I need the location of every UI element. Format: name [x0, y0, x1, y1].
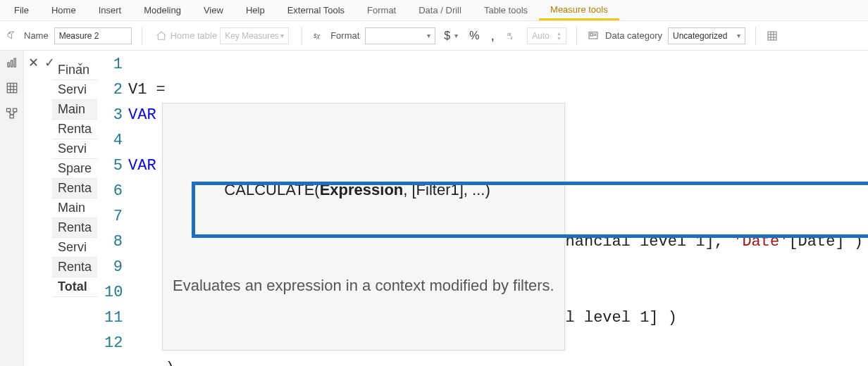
menu-bar: File Home Insert Modeling View Help Exte… [0, 0, 868, 21]
intellisense-signature: CALCULATE(Expression, [Filter1], ...) [173, 154, 554, 226]
format-combo[interactable]: ▾ [365, 27, 435, 44]
measure-name-input[interactable] [54, 27, 132, 44]
svg-rect-21 [6, 108, 10, 112]
home-table-label: Home table [170, 30, 217, 41]
gutter-line: 10 [104, 280, 123, 305]
intellisense-description: Evaluates an expression in a context mod… [173, 274, 554, 298]
gutter-line: 12 [104, 331, 123, 356]
menu-table-tools[interactable]: Table tools [473, 0, 539, 20]
gutter-line: 9 [104, 255, 123, 280]
table-row[interactable]: Renta [52, 218, 97, 238]
svg-line-25 [12, 112, 15, 115]
stepper-up-icon[interactable]: ▲ [557, 31, 562, 36]
svg-rect-15 [14, 58, 16, 67]
background-table: FinanServiMainRentaServiSpareRentaMainRe… [52, 61, 97, 297]
report-view-icon[interactable] [4, 55, 20, 70]
svg-text:→.0: →.0 [507, 36, 513, 39]
data-view-icon[interactable] [4, 80, 20, 96]
menu-view[interactable]: View [192, 0, 235, 20]
menu-format[interactable]: Format [356, 0, 407, 20]
chevron-down-icon: ▾ [737, 32, 740, 39]
name-label: Name [24, 30, 49, 41]
table-row[interactable]: Renta [52, 120, 97, 139]
currency-button[interactable]: $ ▾ [441, 28, 461, 44]
model-view-icon[interactable] [4, 106, 20, 121]
table-row[interactable]: Spare [52, 159, 97, 179]
gutter-line: 7 [104, 204, 123, 229]
thousands-button[interactable]: , [488, 26, 497, 45]
decimals-stepper[interactable]: Auto ▲ ▼ [527, 27, 566, 44]
workspace: ✕ ✓ ⌄ FinanServiMainRentaServiSpareRenta… [0, 51, 868, 366]
home-table-value: Key Measures [225, 31, 279, 41]
gutter-line: 3 [104, 103, 123, 128]
formula-area: ✕ ✓ ⌄ FinanServiMainRentaServiSpareRenta… [24, 51, 868, 366]
menu-file[interactable]: File [3, 0, 40, 20]
svg-rect-22 [13, 108, 16, 112]
code-line-11 [128, 334, 137, 352]
chevron-down-icon: ▾ [427, 32, 430, 39]
gutter-line: 11 [104, 305, 123, 331]
svg-rect-13 [8, 63, 9, 67]
code-line-3 [128, 132, 137, 149]
svg-text:$χ: $χ [313, 32, 320, 39]
code-line-12: ) [128, 360, 175, 366]
data-category-icon [587, 30, 600, 42]
editor-gutter: 123456789101112 [104, 52, 128, 365]
formula-command-bar: ✕ ✓ ⌄ [28, 55, 55, 70]
currency-symbol: $ [444, 30, 450, 42]
fx-icon: $χ [312, 30, 325, 42]
home-table-button: Home table Key Measures ▾ [152, 26, 292, 46]
svg-line-24 [8, 112, 11, 115]
table-row[interactable]: Servi [52, 139, 97, 159]
thousands-symbol: , [490, 27, 495, 44]
table-row[interactable]: Servi [52, 80, 97, 100]
grid-icon[interactable] [766, 30, 779, 42]
gutter-line: 8 [104, 229, 123, 255]
gutter-line: 6 [104, 179, 123, 204]
svg-rect-8 [768, 32, 776, 40]
editor-code[interactable]: V1 = VAR FinancialLevelInFilterContext =… [128, 52, 865, 365]
table-row[interactable]: Finan [52, 61, 97, 80]
svg-rect-5 [590, 33, 593, 35]
table-row[interactable]: Renta [52, 179, 97, 198]
data-category-value: Uncategorized [673, 31, 727, 41]
stepper-down-icon[interactable]: ▼ [557, 36, 562, 41]
percent-button[interactable]: % [466, 28, 482, 44]
intellisense-tooltip: CALCULATE(Expression, [Filter1], ...) Ev… [162, 103, 565, 351]
menu-home[interactable]: Home [40, 0, 87, 20]
gutter-line: 4 [104, 128, 123, 153]
svg-rect-23 [10, 115, 13, 118]
gutter-line: 5 [104, 153, 123, 179]
menu-external-tools[interactable]: External Tools [276, 0, 356, 20]
menu-insert[interactable]: Insert [87, 0, 133, 20]
cancel-formula-button[interactable]: ✕ [28, 55, 39, 70]
svg-rect-16 [7, 83, 17, 93]
gutter-line: 2 [104, 77, 123, 103]
decimal-shift-button[interactable]: .00→.0 [503, 28, 521, 44]
table-row[interactable]: Main [52, 100, 97, 120]
data-category-combo[interactable]: Uncategorized ▾ [668, 27, 745, 44]
ribbon: Name Home table Key Measures ▾ $χ Format… [0, 21, 868, 51]
table-row[interactable]: Total [52, 277, 97, 297]
table-row[interactable]: Main [52, 198, 97, 218]
format-label: Format [330, 30, 359, 41]
table-row[interactable]: Renta [52, 258, 97, 277]
svg-point-0 [9, 32, 11, 34]
decimals-value: Auto [532, 31, 550, 41]
data-category-label: Data category [605, 30, 662, 41]
code-line-8 [128, 258, 137, 276]
gutter-line: 1 [104, 52, 123, 77]
table-row[interactable]: Servi [52, 238, 97, 258]
dax-editor[interactable]: 123456789101112 V1 = VAR FinancialLevelI… [104, 52, 865, 365]
decimal-shift-icon: .00→.0 [506, 30, 519, 42]
menu-modeling[interactable]: Modeling [132, 0, 192, 20]
svg-rect-14 [11, 61, 12, 67]
chevron-down-icon: ▾ [280, 32, 284, 39]
view-switcher [0, 51, 24, 366]
menu-measure-tools[interactable]: Measure tools [539, 0, 619, 20]
tag-icon [6, 30, 18, 42]
menu-help[interactable]: Help [235, 0, 276, 20]
code-line-1: V1 = [128, 81, 166, 99]
menu-data-drill[interactable]: Data / Drill [407, 0, 473, 20]
chevron-down-icon: ▾ [454, 32, 458, 39]
